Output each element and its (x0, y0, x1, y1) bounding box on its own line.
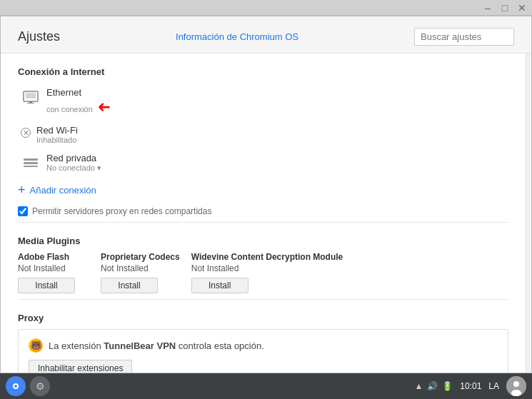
proxy-checkbox-label: Permitir servidores proxy en redes compa… (32, 206, 211, 216)
network-taskbar-icon: ▲ (414, 381, 423, 391)
internet-section-title: Conexión a Internet (18, 66, 508, 77)
svg-rect-6 (24, 166, 38, 167)
plugin-widevine-status: Not Installed (191, 263, 343, 273)
vpn-name: Red privada (46, 153, 101, 163)
wifi-text: Red Wi-Fi Inhabilitado (36, 125, 78, 144)
vpn-status: No conectado ▾ (46, 163, 101, 173)
svg-rect-3 (27, 103, 34, 103)
taskbar-settings-icon[interactable]: ⚙ (30, 376, 50, 396)
proxy-extension-name: TunnelBear VPN (104, 340, 176, 351)
maximize-button[interactable]: □ (499, 2, 511, 14)
volume-taskbar-icon: 🔊 (427, 381, 438, 391)
plugin-widevine: Widevine Content Decryption Module Not I… (191, 252, 343, 293)
taskbar-home-icon[interactable] (6, 376, 26, 396)
plugin-codecs-name: Proprietary Codecs (101, 252, 180, 262)
add-connection-label: Añadir conexión (30, 185, 96, 196)
settings-area: Conexión a Internet Ethernet (1, 54, 531, 373)
settings-window: Ajustes Información de Chromium OS Conex… (0, 16, 532, 373)
vpn-item[interactable]: Red privada No conectado ▾ (18, 148, 508, 177)
browser-chrome: – □ ✕ (0, 0, 532, 16)
page-title: Ajustes (18, 29, 60, 44)
tunnelbear-icon: 🐻 (29, 338, 43, 353)
ethernet-icon (21, 87, 41, 107)
ethernet-item[interactable]: Ethernet con conexión ➜ (18, 83, 508, 121)
plugin-codecs: Proprietary Codecs Not Installed Install (101, 252, 180, 293)
chromeos-info-link[interactable]: Información de Chromium OS (176, 31, 298, 42)
settings-header: Ajustes Información de Chromium OS (1, 16, 531, 54)
gear-icon: ⚙ (36, 380, 45, 392)
proxy-checkbox-row: Permitir servidores proxy en redes compa… (18, 206, 508, 216)
add-connection-item[interactable]: + Añadir conexión (18, 180, 508, 201)
search-input[interactable] (414, 28, 514, 46)
proxy-desc-prefix: La extensión (49, 340, 104, 351)
svg-rect-5 (24, 162, 38, 164)
wifi-status: Inhabilitado (36, 136, 78, 144)
install-codecs-button[interactable]: Install (101, 278, 158, 293)
plugin-adobe-flash: Adobe Flash Not Installed Install (18, 252, 89, 293)
media-plugins-section-title: Media Plugins (18, 236, 508, 246)
battery-taskbar-icon: 🔋 (442, 381, 453, 391)
settings-content: Conexión a Internet Ethernet (1, 54, 526, 373)
svg-point-9 (14, 385, 17, 388)
taskbar-sys-icons: ▲ 🔊 🔋 (414, 381, 453, 391)
taskbar-user-icon[interactable] (506, 376, 526, 396)
proxy-section-title: Proxy (18, 313, 508, 323)
svg-point-11 (513, 381, 519, 387)
taskbar-location: LA (488, 381, 499, 391)
install-flash-button[interactable]: Install (18, 278, 75, 293)
plugins-grid: Adobe Flash Not Installed Install Propri… (18, 252, 508, 293)
divider-2 (18, 299, 508, 300)
taskbar-left: ⚙ (6, 376, 50, 396)
proxy-desc-suffix: controla esta opción. (176, 340, 264, 351)
vpn-icon (21, 153, 41, 173)
taskbar-right: ▲ 🔊 🔋 10:01 LA (414, 376, 526, 396)
wifi-item[interactable]: ✕ Red Wi-Fi Inhabilitado (18, 121, 508, 148)
proxy-info-row: 🐻 La extensión TunnelBear VPN controla e… (29, 338, 498, 353)
vpn-text: Red privada No conectado ▾ (46, 153, 101, 173)
svg-rect-4 (24, 158, 38, 161)
ethernet-name: Ethernet (46, 87, 111, 98)
proxy-checkbox[interactable] (18, 206, 28, 216)
scrollbar[interactable] (526, 54, 531, 373)
close-button[interactable]: ✕ (516, 2, 528, 14)
wifi-disabled-icon: ✕ (21, 128, 31, 138)
ethernet-text: Ethernet con conexión ➜ (46, 87, 111, 116)
disable-extensions-button[interactable]: Inhabilitar extensiones (29, 360, 132, 373)
proxy-description: La extensión TunnelBear VPN controla est… (49, 340, 264, 351)
add-icon: + (18, 183, 26, 198)
plugin-flash-status: Not Installed (18, 263, 89, 273)
plugin-flash-name: Adobe Flash (18, 252, 89, 262)
plugin-codecs-status: Not Installed (101, 263, 180, 273)
taskbar: ⚙ ▲ 🔊 🔋 10:01 LA (0, 373, 532, 399)
arrow-indicator: ➜ (98, 98, 111, 116)
install-widevine-button[interactable]: Install (191, 278, 249, 293)
ethernet-status: con conexión ➜ (46, 98, 111, 116)
plugin-widevine-name: Widevine Content Decryption Module (191, 252, 343, 262)
settings-body: Conexión a Internet Ethernet (1, 66, 526, 373)
divider-1 (18, 222, 508, 223)
minimize-button[interactable]: – (482, 2, 493, 14)
svg-rect-1 (26, 93, 36, 99)
wifi-name: Red Wi-Fi (36, 125, 78, 136)
svg-rect-2 (29, 101, 32, 103)
proxy-box: 🐻 La extensión TunnelBear VPN controla e… (18, 329, 508, 373)
taskbar-time: 10:01 (460, 381, 481, 391)
